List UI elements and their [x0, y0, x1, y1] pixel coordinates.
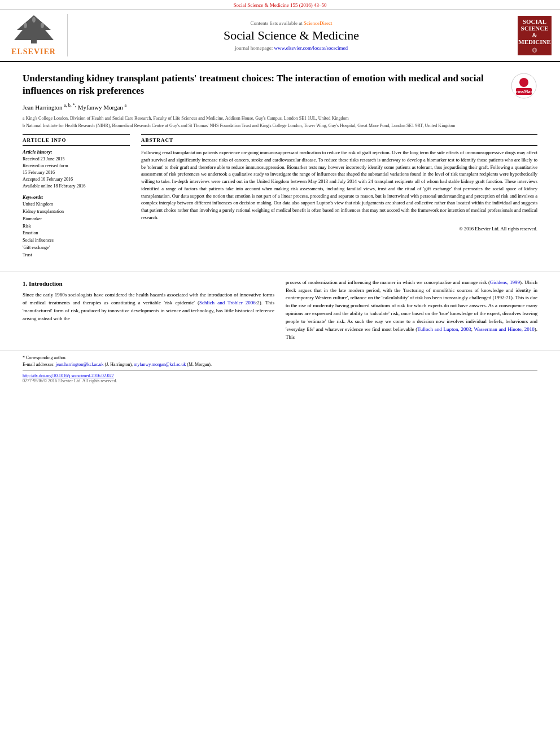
science-direct-link[interactable]: ScienceDirect	[304, 20, 332, 26]
keywords-list: United KingdomKidney transplantationBiom…	[23, 201, 130, 259]
section1-heading: 1. Introduction	[23, 279, 274, 289]
history-label: Article history:	[23, 149, 130, 155]
svg-text:CrossMark: CrossMark	[513, 89, 536, 94]
email2-link[interactable]: myfanwy.morgan@kcl.ac.uk	[134, 362, 186, 367]
svg-point-3	[32, 17, 36, 23]
email1-link[interactable]: jean.harrington@kcl.ac.uk	[56, 362, 104, 367]
journal-title: Social Science & Medicine	[224, 28, 359, 43]
homepage-link[interactable]: www.elsevier.com/locate/socscimed	[274, 45, 348, 51]
abstract-panel: ABSTRACT Following renal transplantation…	[141, 134, 537, 259]
email-line: E-mail addresses: jean.harrington@kcl.ac…	[23, 361, 537, 368]
footer-section: http://dx.doi.org/10.1016/j.socscimed.20…	[0, 373, 560, 389]
received-date: Received 23 June 2015	[23, 156, 130, 163]
ssm-logo-text: SOCIALSCIENCE&MEDICINE	[518, 18, 550, 45]
journal-citation: Social Science & Medicine 155 (2016) 43–…	[0, 0, 560, 10]
keywords-label: Keywords:	[23, 194, 130, 200]
paper-content: Understanding kidney transplant patients…	[0, 62, 560, 265]
journal-header: ELSEVIER Contents lists available at Sci…	[0, 10, 560, 62]
svg-point-4	[41, 23, 44, 28]
elsevier-brand-text: ELSEVIER	[11, 47, 56, 56]
crossmark-icon[interactable]: CrossMark	[510, 72, 537, 99]
intro-para-left: Since the early 1960s sociologists have …	[23, 291, 274, 323]
ssm-globe-icon	[526, 47, 543, 53]
ref-tulloch[interactable]: Tulloch and Lupton, 2003	[417, 326, 471, 332]
abstract-heading: ABSTRACT	[141, 135, 537, 146]
affiliation-b: b National Institute for Health Research…	[23, 123, 537, 129]
info-abstract-section: ARTICLE INFO Article history: Received 2…	[23, 134, 537, 259]
keyword-item: Kidney transplantation	[23, 208, 130, 216]
affiliation-a: a King's College London, Division of Hea…	[23, 115, 537, 121]
footnote-section: * Corresponding author. E-mail addresses…	[0, 351, 560, 368]
journal-homepage: journal homepage: www.elsevier.com/locat…	[235, 45, 348, 51]
elsevier-logo: ELSEVIER	[6, 14, 68, 56]
keyword-item: United Kingdom	[23, 201, 130, 208]
ssm-logo-box: SOCIALSCIENCE&MEDICINE	[518, 16, 552, 55]
ref-giddens[interactable]: Giddens, 1999	[490, 279, 520, 285]
affiliations: a King's College London, Division of Hea…	[23, 115, 537, 129]
body-left-col: 1. Introduction Since the early 1960s so…	[23, 279, 274, 347]
svg-point-2	[24, 23, 27, 28]
body-section: 1. Introduction Since the early 1960s so…	[0, 279, 560, 347]
body-right-col: process of modernization and influencing…	[286, 279, 537, 347]
available-date: Available online 18 February 2016	[23, 183, 130, 190]
svg-point-11	[519, 78, 528, 87]
doi-link[interactable]: http://dx.doi.org/10.1016/j.socscimed.20…	[23, 373, 114, 378]
ssm-logo-container: SOCIALSCIENCE&MEDICINE	[515, 14, 554, 56]
corresponding-note: * Corresponding author.	[23, 355, 537, 361]
issn-line: 0277-9536/© 2016 Elsevier Ltd. All right…	[23, 378, 537, 383]
authors-line: Jean Harrington a, b, *, Myfanwy Morgan …	[23, 103, 537, 111]
keyword-item: Emotion	[23, 230, 130, 237]
keywords-section: Keywords: United KingdomKidney transplan…	[23, 194, 130, 259]
copyright-line: © 2016 Elsevier Ltd. All rights reserved…	[141, 226, 537, 231]
ref-wasserman[interactable]: Wasserman and Hinote, 2010	[474, 326, 535, 332]
accepted-date: Accepted 16 February 2016	[23, 176, 130, 183]
article-info-heading: ARTICLE INFO	[23, 135, 130, 146]
section-divider	[0, 272, 560, 272]
science-direct-line: Contents lists available at ScienceDirec…	[251, 20, 333, 26]
keyword-item: 'Gift exchange'	[23, 244, 130, 252]
received-revised-date: Received in revised form15 February 2016	[23, 163, 130, 176]
keyword-item: Trust	[23, 252, 130, 259]
keyword-item: Social influences	[23, 237, 130, 244]
doi-line: http://dx.doi.org/10.1016/j.socscimed.20…	[23, 373, 537, 378]
article-info-panel: ARTICLE INFO Article history: Received 2…	[23, 134, 130, 259]
keyword-item: Risk	[23, 223, 130, 230]
paper-title: Understanding kidney transplant patients…	[23, 72, 537, 97]
elsevier-tree-icon	[11, 14, 56, 45]
journal-center: Contents lists available at ScienceDirec…	[73, 14, 509, 56]
footer-rule	[23, 370, 537, 371]
keyword-item: Biomarker	[23, 216, 130, 223]
intro-para-right: process of modernization and influencing…	[286, 279, 537, 342]
abstract-text: Following renal transplantation patients…	[141, 149, 537, 221]
ref-schlich[interactable]: Schlich and Tröhler 2006	[199, 300, 256, 305]
